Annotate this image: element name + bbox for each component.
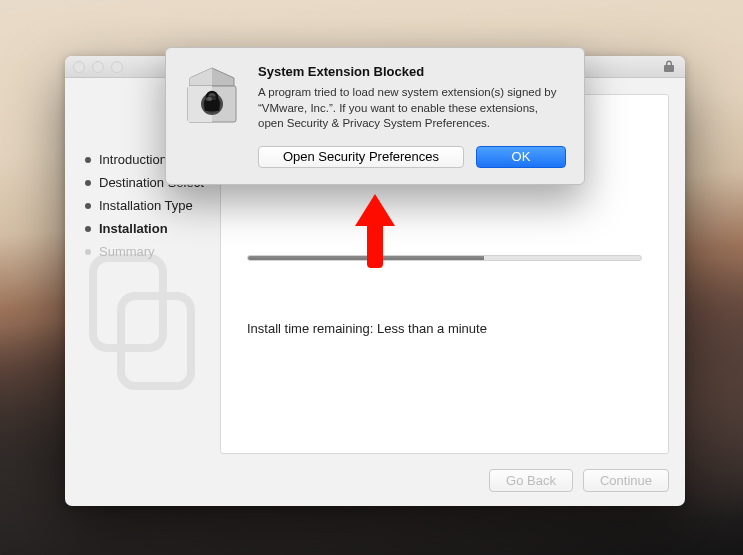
security-preferences-icon	[180, 64, 244, 128]
svg-rect-6	[205, 100, 220, 111]
sidebar-background-art	[83, 248, 203, 398]
system-extension-dialog: System Extension Blocked A program tried…	[165, 47, 585, 185]
lock-icon	[663, 60, 675, 76]
open-security-preferences-button[interactable]: Open Security Preferences	[258, 146, 464, 168]
zoom-dot[interactable]	[111, 61, 123, 73]
install-progress	[247, 255, 642, 261]
continue-button: Continue	[583, 469, 669, 492]
go-back-button: Go Back	[489, 469, 573, 492]
minimize-dot[interactable]	[92, 61, 104, 73]
close-dot[interactable]	[73, 61, 85, 73]
sidebar-item-installation: Installation	[85, 217, 220, 240]
ok-button[interactable]: OK	[476, 146, 566, 168]
sidebar-item-summary: Summary	[85, 240, 220, 263]
svg-rect-1	[121, 296, 191, 386]
annotation-arrow-icon	[353, 192, 397, 270]
traffic-lights	[73, 61, 123, 73]
svg-rect-0	[93, 258, 163, 348]
sidebar-item-install-type: Installation Type	[85, 194, 220, 217]
install-status-text: Install time remaining: Less than a minu…	[247, 321, 642, 336]
svg-point-7	[206, 97, 212, 101]
dialog-title: System Extension Blocked	[258, 64, 566, 79]
dialog-body: A program tried to load new system exten…	[258, 85, 566, 132]
